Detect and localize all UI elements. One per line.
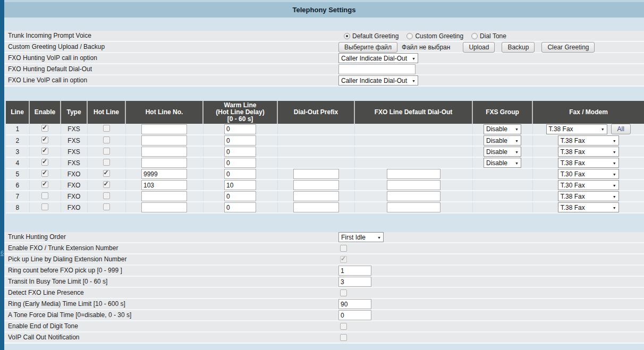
enable-checkbox[interactable]: ✓: [41, 125, 48, 132]
enable-end-of-digit-tone-checkbox[interactable]: ✓: [340, 323, 347, 330]
dropdown-arrow-icon: ▼: [412, 79, 416, 82]
trunk-incoming-prompt-voice-label: Trunk Incoming Prompt Voice: [4, 30, 337, 41]
enable-fxo-trunk-extension-checkbox[interactable]: ✓: [340, 245, 347, 252]
fax-modem-select[interactable]: T.38 Fax▼: [558, 202, 619, 212]
fax-modem-select[interactable]: T.38 Fax▼: [558, 191, 619, 201]
choose-file-button[interactable]: Выберите файл: [338, 42, 397, 53]
table-row: 6 ✓ FXO ✓ T.30 Fax▼: [6, 180, 644, 191]
hot-line-no-input[interactable]: [141, 169, 187, 179]
radio-dial-tone-label: Dial Tone: [480, 32, 506, 40]
hot-line-checkbox[interactable]: ✓: [103, 136, 110, 143]
transit-in-busy-tone-limit-input[interactable]: [338, 277, 371, 287]
fax-modem-select[interactable]: T.30 Fax▼: [558, 169, 619, 179]
fxo-hunting-default-dialout-label: FXO Hunting Default Dial-Out: [4, 64, 337, 75]
dial-out-prefix-input[interactable]: [293, 169, 339, 179]
ring-early-media-time-limit-input[interactable]: [338, 299, 371, 309]
radio-dial-tone[interactable]: Dial Tone: [471, 32, 506, 40]
line-type: FXO: [61, 191, 87, 202]
fxo-default-dialout-input[interactable]: [387, 191, 440, 201]
enable-checkbox[interactable]: ✓: [41, 192, 48, 199]
no-file-chosen-text: Файл не выбран: [402, 44, 450, 51]
row-transit-in-busy-tone-limit: Transit In Busy Tone Limit [0 - 60 s]: [4, 277, 644, 288]
dial-out-prefix-input[interactable]: [293, 191, 339, 201]
fax-modem-select[interactable]: T.38 Fax▼: [546, 124, 607, 134]
row-custom-greeting-upload: Custom Greeting Upload / Backup Выберите…: [4, 42, 644, 53]
fxs-group-select[interactable]: Disable▼: [484, 158, 521, 168]
hot-line-checkbox[interactable]: ✓: [103, 125, 110, 132]
hot-line-checkbox[interactable]: ✓: [103, 159, 110, 166]
warm-line-delay-input[interactable]: [224, 124, 256, 134]
enable-checkbox[interactable]: ✓: [41, 148, 48, 155]
fxs-group-select[interactable]: Disable▼: [484, 124, 521, 134]
fxs-group-select[interactable]: Disable▼: [484, 135, 521, 146]
radio-button-icon[interactable]: [471, 33, 478, 39]
warm-line-delay-input[interactable]: [224, 158, 256, 168]
radio-custom-greeting[interactable]: Custom Greeting: [406, 32, 463, 40]
clear-greeting-button[interactable]: Clear Greeting: [541, 42, 595, 53]
warm-line-delay-input[interactable]: [224, 169, 256, 179]
radio-default-greeting[interactable]: Default Greeting: [344, 32, 399, 40]
row-trunk-hunting-order: Trunk Hunting Order First Idle ▼: [4, 232, 644, 243]
fxo-default-dialout-input[interactable]: [387, 180, 440, 190]
col-header-dial-out-prefix: Dial-Out Prefix: [277, 101, 354, 124]
row-enable-fxo-trunk-extension: Enable FXO / Trunk Extension Number ✓: [4, 243, 644, 254]
enable-checkbox[interactable]: ✓: [41, 170, 48, 177]
trunk-hunting-order-select[interactable]: First Idle ▼: [338, 232, 384, 242]
trunk-hunting-order-label: Trunk Hunting Order: [4, 232, 337, 243]
backup-button[interactable]: Backup: [502, 42, 535, 53]
enable-checkbox[interactable]: ✓: [41, 136, 48, 143]
enable-checkbox[interactable]: ✓: [41, 159, 48, 166]
hot-line-checkbox[interactable]: ✓: [103, 181, 110, 188]
upload-button[interactable]: Upload: [463, 42, 495, 53]
sidebar-clipped-link[interactable]: 6: [1, 250, 4, 256]
hot-line-no-input[interactable]: [141, 202, 187, 212]
transit-in-busy-tone-limit-label: Transit In Busy Tone Limit [0 - 60 s]: [4, 276, 337, 287]
warm-line-delay-input[interactable]: [224, 147, 256, 157]
voip-call-out-notification-checkbox[interactable]: ✓: [340, 334, 347, 341]
warm-line-delay-input[interactable]: [224, 191, 256, 201]
detect-fxo-line-presence-checkbox[interactable]: ✓: [340, 289, 347, 296]
line-type: FXO: [61, 180, 87, 191]
hot-line-checkbox[interactable]: ✓: [103, 148, 110, 155]
table-row: 8 ✓ FXO ✓ T.38 Fax▼: [6, 202, 644, 213]
fxo-hunting-voip-option-select[interactable]: Caller Indicate Dial-Out ▼: [338, 53, 418, 63]
row-enable-end-of-digit-tone: Enable End of Digit Tone ✓: [4, 321, 644, 332]
ring-count-before-pickup-input[interactable]: [338, 266, 371, 276]
warm-line-delay-input[interactable]: [224, 202, 256, 212]
fxo-line-voip-option-select[interactable]: Caller Indicate Dial-Out ▼: [338, 75, 418, 86]
line-number: 8: [6, 202, 29, 213]
hot-line-checkbox[interactable]: ✓: [103, 170, 110, 177]
row-voip-call-out-notification: VoIP Call Out Notification ✓: [4, 332, 644, 344]
radio-button-icon[interactable]: [344, 33, 350, 39]
warm-line-delay-input[interactable]: [224, 135, 256, 146]
fax-modem-all-button[interactable]: All: [611, 124, 631, 134]
check-icon: ✓: [42, 169, 47, 176]
hot-line-no-input[interactable]: [141, 158, 187, 168]
fxo-hunting-default-dialout-input[interactable]: [338, 64, 416, 74]
fax-modem-select[interactable]: T.38 Fax▼: [558, 158, 619, 168]
pickup-line-by-extension-label: Pick up Line by Dialing Extension Number: [4, 254, 337, 265]
fax-modem-select[interactable]: T.38 Fax▼: [558, 147, 619, 157]
hot-line-no-input[interactable]: [141, 191, 187, 201]
dropdown-arrow-icon: ▼: [613, 206, 616, 209]
hot-line-no-input[interactable]: [141, 135, 187, 146]
hot-line-no-input[interactable]: [141, 180, 187, 190]
enable-checkbox[interactable]: ✓: [41, 181, 48, 188]
dial-out-prefix-input[interactable]: [293, 202, 339, 212]
radio-button-icon[interactable]: [406, 33, 413, 39]
hot-line-checkbox[interactable]: ✓: [103, 192, 110, 199]
row-fxo-hunting-default-dialout: FXO Hunting Default Dial-Out: [4, 64, 644, 75]
hot-line-no-input[interactable]: [141, 124, 187, 134]
pickup-line-by-extension-checkbox[interactable]: ✓: [340, 256, 347, 263]
dial-out-prefix-input[interactable]: [293, 180, 339, 190]
a-tone-force-dial-time-input[interactable]: [338, 310, 371, 320]
fax-modem-select[interactable]: T.30 Fax▼: [558, 180, 619, 190]
warm-line-delay-input[interactable]: [224, 180, 256, 190]
fxo-default-dialout-input[interactable]: [387, 202, 440, 212]
fxo-default-dialout-input[interactable]: [387, 169, 440, 179]
fax-modem-select[interactable]: T.38 Fax▼: [558, 135, 619, 146]
enable-checkbox[interactable]: ✓: [41, 203, 48, 210]
fxs-group-select[interactable]: Disable▼: [484, 147, 521, 157]
hot-line-checkbox[interactable]: ✓: [103, 203, 110, 210]
hot-line-no-input[interactable]: [141, 147, 187, 157]
